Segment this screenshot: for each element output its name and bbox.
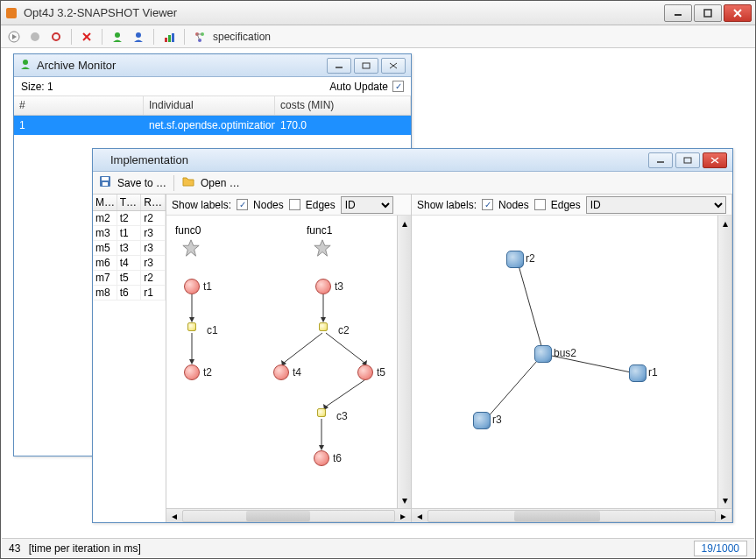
play-icon[interactable] <box>6 29 22 45</box>
map-cell: r3 <box>141 241 166 255</box>
auto-update-checkbox[interactable] <box>392 81 404 92</box>
main-window: Opt4J 3.2-SNAPSHOT Viewer specification … <box>0 0 756 559</box>
task-node: t3 <box>315 279 331 294</box>
status-time-value: 43 <box>9 542 20 555</box>
task-node: t1 <box>184 279 200 294</box>
map-cell: m3 <box>93 226 117 240</box>
graph-icon[interactable] <box>192 29 208 45</box>
svg-line-43 <box>326 333 364 363</box>
scroll-right-icon[interactable]: ▸ <box>717 510 730 522</box>
col-individual[interactable]: Individual <box>144 96 275 115</box>
separator <box>173 175 174 191</box>
scroll-left-icon[interactable]: ◂ <box>168 510 180 522</box>
id-select[interactable]: ID <box>341 196 393 214</box>
save-icon[interactable] <box>98 174 112 191</box>
map-col-m[interactable]: M… <box>93 195 117 210</box>
map-cell: t6 <box>117 286 142 300</box>
edges-label: Edges <box>551 199 581 211</box>
auto-update-label: Auto Update <box>329 81 388 93</box>
save-button[interactable]: Save to … <box>117 177 166 189</box>
svg-rect-0 <box>6 8 17 18</box>
status-time-label: [time per iteration in ms] <box>29 542 141 555</box>
svg-marker-38 <box>314 240 330 256</box>
scroll-thumb[interactable] <box>514 511 600 521</box>
scrollbar-vertical[interactable]: ▴ ▾ <box>717 216 731 508</box>
nodes-checkbox[interactable] <box>482 199 493 210</box>
col-index[interactable]: # <box>14 96 144 115</box>
chart-icon[interactable] <box>161 29 177 45</box>
delete-icon[interactable] <box>79 29 95 45</box>
id-select[interactable]: ID <box>586 196 726 214</box>
edges-checkbox[interactable] <box>289 199 300 210</box>
impl-toolbar: Save to … Open … <box>93 172 732 195</box>
svg-rect-14 <box>168 35 171 42</box>
user-green-icon[interactable] <box>110 29 125 45</box>
map-col-r[interactable]: R… <box>141 195 166 210</box>
spec-label[interactable]: specification <box>213 31 271 43</box>
svg-line-49 <box>517 259 543 352</box>
map-row[interactable]: m8t6r1 <box>93 286 166 301</box>
status-progress: 19/1000 <box>694 541 747 556</box>
folder-icon[interactable] <box>181 174 195 191</box>
minimize-button[interactable] <box>664 4 692 22</box>
impl-max-button[interactable] <box>675 152 700 168</box>
maximize-button[interactable] <box>694 4 722 22</box>
scroll-right-icon[interactable]: ▸ <box>397 510 409 522</box>
map-cell: r1 <box>141 286 166 300</box>
scrollbar-vertical[interactable]: ▴ ▾ <box>397 216 411 508</box>
comm-node: c2 <box>319 322 328 331</box>
svg-rect-32 <box>102 182 108 186</box>
nodes-checkbox[interactable] <box>237 199 248 210</box>
show-labels-text: Show labels: <box>417 199 477 211</box>
impl-titlebar[interactable]: Implementation <box>93 149 732 172</box>
map-cell: t3 <box>117 241 142 255</box>
scroll-left-icon[interactable]: ◂ <box>413 510 426 522</box>
separator <box>184 29 185 45</box>
resource-graph-area[interactable]: r2 bus2 r1 r3 <box>412 216 717 508</box>
col-costs[interactable]: costs (MIN) <box>275 96 411 115</box>
map-row[interactable]: m7t5r2 <box>93 271 166 286</box>
main-titlebar[interactable]: Opt4J 3.2-SNAPSHOT Viewer <box>1 1 755 25</box>
archive-min-button[interactable] <box>327 58 351 74</box>
record-icon[interactable] <box>48 29 64 45</box>
map-col-t[interactable]: T… <box>117 195 142 210</box>
archive-row-selected[interactable]: 1 net.sf.opendse.optimization… 170.0 <box>14 116 411 135</box>
resource-graph-pane: Show labels: Nodes Edges ID r2 <box>412 195 732 522</box>
map-row[interactable]: m5t3r3 <box>93 241 166 256</box>
scrollbar-horizontal[interactable]: ◂ ▸ <box>412 508 731 522</box>
scroll-down-icon[interactable]: ▾ <box>719 494 731 506</box>
archive-info-bar: Size: 1 Auto Update <box>14 77 411 96</box>
app-title: Opt4J 3.2-SNAPSHOT Viewer <box>24 6 664 19</box>
impl-min-button[interactable] <box>648 152 673 168</box>
scroll-up-icon[interactable]: ▴ <box>399 217 411 230</box>
map-cell: m2 <box>93 211 117 225</box>
archive-titlebar[interactable]: Archive Monitor <box>14 54 411 77</box>
archive-max-button[interactable] <box>354 58 378 74</box>
resource-node: r3 <box>473 412 491 429</box>
map-row[interactable]: m3t1r3 <box>93 226 166 241</box>
task-node: t2 <box>184 364 200 380</box>
close-button[interactable] <box>724 4 752 22</box>
stop-icon[interactable] <box>27 29 43 45</box>
map-cell: m5 <box>93 241 117 255</box>
scroll-down-icon[interactable]: ▾ <box>399 494 411 506</box>
open-button[interactable]: Open … <box>201 177 240 189</box>
svg-point-21 <box>23 60 28 65</box>
mapping-table: M… T… R… m2t2r2m3t1r3m5t3r3m6t4r3m7t5r2m… <box>93 195 166 522</box>
scroll-up-icon[interactable]: ▴ <box>719 217 731 230</box>
scrollbar-horizontal[interactable]: ◂ ▸ <box>166 508 411 522</box>
user-blue-icon[interactable] <box>131 29 146 45</box>
archive-close-button[interactable] <box>381 58 406 74</box>
resource-graph-toolbar: Show labels: Nodes Edges ID <box>412 195 731 216</box>
map-row[interactable]: m2t2r2 <box>93 211 166 226</box>
impl-close-button[interactable] <box>703 152 727 168</box>
impl-title: Implementation <box>98 153 646 166</box>
map-cell: t2 <box>117 211 142 225</box>
map-row[interactable]: m6t4r3 <box>93 256 166 271</box>
app-icon <box>4 6 18 20</box>
scroll-thumb[interactable] <box>246 511 309 521</box>
edges-checkbox[interactable] <box>534 199 546 210</box>
resource-node: r2 <box>506 251 524 268</box>
task-graph-area[interactable]: func0 t1 c1 t2 func1 t3 c2 <box>166 216 397 508</box>
svg-rect-15 <box>172 33 174 42</box>
